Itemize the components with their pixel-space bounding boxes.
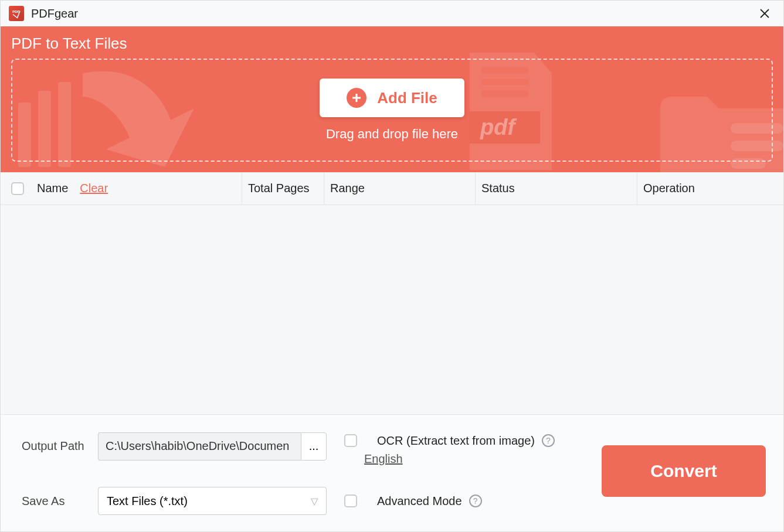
app-icon: PDF	[9, 6, 24, 21]
col-pages-label: Total Pages	[248, 182, 310, 195]
add-file-label: Add File	[377, 89, 437, 107]
footer: Output Path C:\Users\habib\OneDrive\Docu…	[1, 414, 783, 531]
col-operation-label: Operation	[643, 182, 695, 195]
close-icon	[759, 8, 770, 19]
table-header: Name Clear Total Pages Range Status Oper…	[1, 172, 783, 205]
save-as-label: Save As	[22, 495, 98, 508]
clear-link[interactable]: Clear	[80, 182, 108, 195]
advanced-mode-checkbox[interactable]	[344, 495, 357, 507]
ocr-checkbox[interactable]	[344, 434, 357, 447]
plus-icon	[347, 88, 366, 108]
titlebar: PDF PDFgear	[1, 1, 783, 26]
output-path-label: Output Path	[22, 439, 98, 453]
col-range-label: Range	[330, 182, 365, 195]
save-as-value: Text Files (*.txt)	[107, 495, 188, 508]
browse-button[interactable]: ...	[301, 432, 327, 461]
save-as-select[interactable]: Text Files (*.txt) ▽	[98, 487, 327, 515]
convert-button[interactable]: Convert	[602, 445, 766, 497]
svg-text:PDF: PDF	[12, 10, 19, 13]
col-name-label: Name	[37, 182, 68, 195]
help-icon[interactable]: ?	[542, 434, 555, 447]
chevron-down-icon: ▽	[311, 496, 318, 507]
help-icon[interactable]: ?	[469, 495, 482, 507]
col-status-label: Status	[481, 182, 515, 195]
app-title: PDFgear	[31, 7, 78, 21]
page-title: PDF to Text Files	[11, 35, 773, 53]
table-body-empty	[1, 205, 783, 414]
app-window: PDF PDFgear pdf PDF to	[0, 0, 784, 532]
ocr-label: OCR (Extract text from image)	[377, 434, 535, 448]
output-path-input[interactable]: C:\Users\habib\OneDrive\Documen	[98, 432, 301, 461]
output-path-value: C:\Users\habib\OneDrive\Documen	[106, 439, 289, 453]
select-all-checkbox[interactable]	[11, 182, 24, 195]
add-file-button[interactable]: Add File	[320, 79, 464, 117]
advanced-mode-label: Advanced Mode	[377, 495, 462, 508]
close-button[interactable]	[754, 3, 775, 24]
drop-zone-header: pdf PDF to Text Files Add File Drag and …	[1, 26, 783, 172]
drop-zone[interactable]: Add File Drag and drop file here	[11, 59, 773, 162]
drag-drop-label: Drag and drop file here	[326, 127, 458, 142]
ocr-language-link[interactable]: English	[364, 452, 590, 466]
